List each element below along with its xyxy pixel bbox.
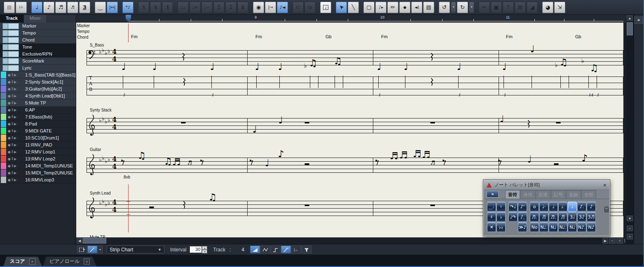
half-rest-glyph[interactable] <box>150 207 154 208</box>
scroll-right-button[interactable]: ▶ <box>602 238 608 244</box>
playhead-line[interactable] <box>128 23 129 42</box>
palette-tab--[interactable]: 記号 <box>551 190 566 199</box>
palette-grace-note-before-button[interactable]: ↷♩ <box>508 202 518 211</box>
view-tab-0[interactable]: スコア× <box>3 257 42 266</box>
grace-note-glyph[interactable]: ♬ <box>187 160 192 165</box>
meta-row-scoremark[interactable]: ScoreMark <box>0 58 76 65</box>
palette-accent-pair-button[interactable]: ≫♪ <box>518 222 527 232</box>
filter-tool-button[interactable] <box>302 246 311 253</box>
sixteenth-notes-glyph[interactable]: ♬ <box>422 150 431 160</box>
tab-stem[interactable] <box>256 76 257 88</box>
play-icon[interactable]: ▶ <box>14 157 16 161</box>
whole-rest-glyph[interactable] <box>305 204 309 206</box>
track-row-15-midi-temp2unuse[interactable]: ●Ⅱ▶15:MIDI_Temp2UNUSE <box>0 169 76 176</box>
palette-thirtysecond-note-button[interactable]: ♬ <box>558 212 567 222</box>
record-icon[interactable]: ● <box>8 108 11 112</box>
quarter-note-glyph[interactable]: ♩ <box>255 62 260 72</box>
quarter-note-glyph[interactable]: ♩ <box>404 62 408 72</box>
horizontal-scrollbar[interactable]: ◀ ▶ − + <box>76 237 626 244</box>
palette-grace-note-short-button[interactable]: ♪ʼ <box>518 202 527 211</box>
curve-tool-button[interactable] <box>281 246 291 253</box>
eighth-note-glyph[interactable]: ♪ <box>278 149 284 159</box>
palette-grace-note-strong-button[interactable]: ♪ˌ <box>518 212 527 222</box>
palette-dotted-sixteenth-note-button[interactable]: ♬. <box>530 212 539 222</box>
track-row-4-synth-lead-obli1-[interactable]: ●Ⅱ▶4:Synth Lead[Obli1] <box>0 93 76 100</box>
tab-fret-number[interactable]: 1 <box>597 93 599 97</box>
track-row-9-midi-gate[interactable]: ●Ⅱ▶9:MIDI GATE <box>0 128 76 135</box>
vzoom-in-button[interactable]: + <box>627 234 633 239</box>
track-row-3-guitar-8vb-ac2-[interactable]: ●Ⅱ▶3:Guitar(8vb)[Ac2] <box>0 86 76 93</box>
beamed-notes-glyph[interactable]: ♫ <box>208 193 217 202</box>
realtime-input-button[interactable]: *♪ <box>122 2 133 13</box>
palette-lock-icon[interactable] <box>604 207 609 212</box>
triplet-button[interactable]: 3 <box>79 2 90 13</box>
palette-whole-note-button[interactable]: o <box>530 202 539 211</box>
thirtysecond-note-button[interactable]: ♬ <box>67 2 78 13</box>
palette-eighth-triplet-button[interactable]: 3♪ <box>577 212 586 222</box>
step-record-button[interactable]: ⊦⊦ <box>16 2 27 13</box>
note-info-button[interactable]: i♪ <box>293 2 304 13</box>
note-minus-button[interactable]: ♩− <box>201 2 213 13</box>
tab-stem[interactable] <box>532 76 532 88</box>
tab-stem[interactable] <box>560 76 561 88</box>
palette-eighth-note-button[interactable]: ♪ <box>587 202 596 211</box>
tab-fret-number[interactable]: 1 <box>378 93 381 97</box>
quarter-note-glyph[interactable]: ♩ <box>279 116 283 125</box>
tab-close-button[interactable]: × <box>29 258 35 265</box>
undo-dropdown[interactable]: ▾ <box>451 2 456 13</box>
insert-window-button[interactable]: ⊞ <box>515 2 526 13</box>
beamed-notes-glyph[interactable]: ♫ <box>590 63 599 73</box>
whole-rest-glyph[interactable] <box>305 122 309 123</box>
palette-n-tuplet-dotted-quarter-button[interactable]: N♩. <box>558 222 567 232</box>
line-tool-button[interactable]: ╲ <box>348 2 359 13</box>
palette-dotted-half-note-button[interactable]: ♩· <box>539 202 548 211</box>
eighth-rest-glyph[interactable] <box>375 159 379 167</box>
tab-stem[interactable] <box>569 76 569 88</box>
note-grid-button[interactable]: ||| <box>4 2 15 13</box>
tab-stem[interactable] <box>335 76 335 88</box>
cut-button[interactable]: ✂ <box>479 2 490 13</box>
play-icon[interactable]: ▶ <box>14 122 16 126</box>
whole-rest-glyph[interactable] <box>431 122 435 123</box>
meta-row-lyric[interactable]: Lyric <box>0 65 76 72</box>
quarter-rest-glyph[interactable] <box>183 201 186 211</box>
resize-grip-icon[interactable] <box>624 239 625 243</box>
chord-symbol[interactable]: Fm <box>255 34 262 39</box>
interval-down-button[interactable]: ▼ <box>202 250 207 253</box>
state-bars-icon[interactable]: Ⅱ <box>12 87 13 91</box>
meta-row-tone[interactable]: Tone <box>0 44 76 51</box>
chord-symbol[interactable]: Fm <box>381 34 388 39</box>
play-icon[interactable]: ▶ <box>14 150 16 154</box>
strip-select-tool-button[interactable]: ➤ <box>77 246 87 253</box>
stem-up-button[interactable]: ↥ <box>213 2 225 13</box>
palette-n-tuplet-dotted-eighth-button[interactable]: N♪. <box>577 222 586 232</box>
paste-button[interactable]: T <box>503 2 514 13</box>
state-bars-icon[interactable]: Ⅱ <box>12 108 13 112</box>
state-bars-icon[interactable]: Ⅱ <box>12 178 13 182</box>
state-bars-icon[interactable]: Ⅱ <box>12 80 13 84</box>
beamed-notes-glyph[interactable]: ♫ <box>334 56 342 66</box>
track-row-13-rmv-loop2[interactable]: ●Ⅱ▶13:RMV Loop2 <box>0 156 76 163</box>
eighth-rest-glyph[interactable] <box>121 159 125 167</box>
quarter-rest-glyph[interactable] <box>182 53 185 63</box>
record-icon[interactable]: ● <box>8 143 11 147</box>
quarter-note-glyph[interactable]: ♩ <box>527 155 532 164</box>
state-bars-icon[interactable]: Ⅱ <box>12 122 13 126</box>
record-icon[interactable]: ● <box>8 73 11 77</box>
track-row-5-mute-tp[interactable]: ●Ⅱ▶5:Mute TP <box>0 100 76 107</box>
palette-sharp-button[interactable]: ♯ <box>487 212 496 222</box>
scroll-up-button[interactable]: ▲ <box>627 15 633 21</box>
flat-accidental[interactable]: ♭ <box>581 58 584 64</box>
state-bars-icon[interactable]: Ⅱ <box>12 115 13 119</box>
meta-row-exclusive-rpn[interactable]: Exclusive/RPN <box>0 51 76 58</box>
grace-note-glyph[interactable]: ♬ <box>431 160 436 165</box>
palette-n-tuplet-half-button[interactable]: N♩ <box>549 222 558 232</box>
play-icon[interactable]: ▶ <box>14 101 16 105</box>
palette-tab--[interactable]: 全部 <box>581 190 596 199</box>
note-select-button[interactable]: ♪▸ <box>375 2 386 13</box>
play-icon[interactable]: ▶ <box>14 143 16 147</box>
whole-rest-glyph[interactable] <box>431 204 435 206</box>
erase-button[interactable]: ◢ <box>527 2 538 13</box>
flat-accidental[interactable]: ♭ <box>304 63 307 69</box>
state-bars-icon[interactable]: Ⅱ <box>12 157 13 161</box>
